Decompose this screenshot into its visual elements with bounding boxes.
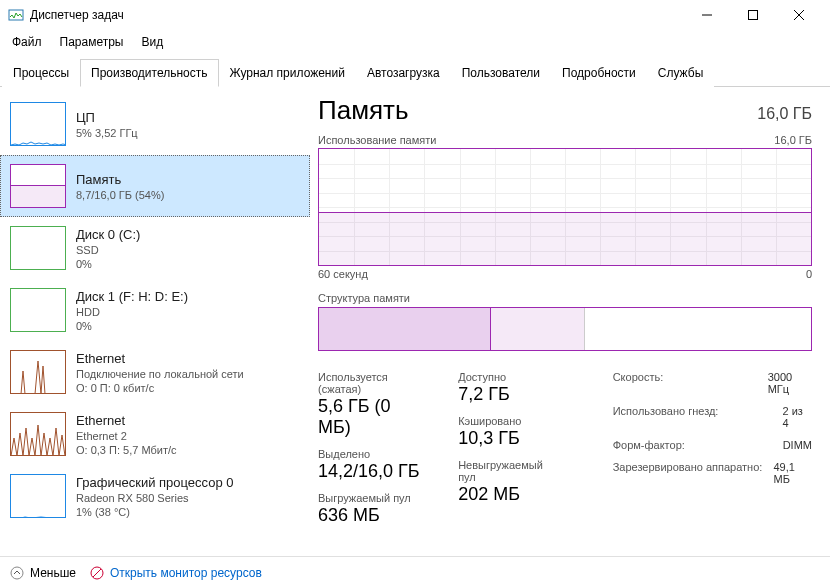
sidebar-eth1-sub: Подключение по локальной сети <box>76 368 244 380</box>
sidebar-gpu-sub2: 1% (38 °C) <box>76 506 234 518</box>
nonpaged-value: 202 МБ <box>458 484 553 505</box>
title-bar: Диспетчер задач <box>0 0 830 30</box>
spec-speed-label: Скорость: <box>613 371 758 395</box>
sidebar-cpu-label: ЦП <box>76 110 138 125</box>
sidebar-item-cpu[interactable]: ЦП 5% 3,52 ГГц <box>0 93 310 155</box>
composition-used <box>319 308 491 350</box>
disk0-sparkline-icon <box>10 226 66 270</box>
memory-panel: Память 16,0 ГБ Использование памяти 16,0… <box>310 87 830 556</box>
nonpaged-label: Невыгружаемый пул <box>458 459 553 483</box>
tab-startup[interactable]: Автозагрузка <box>356 59 451 87</box>
gpu-sparkline-icon <box>10 474 66 518</box>
window-title: Диспетчер задач <box>30 8 684 22</box>
svg-rect-2 <box>749 11 758 20</box>
sidebar-item-ethernet2[interactable]: Ethernet Ethernet 2 О: 0,3 П: 5,7 Мбит/с <box>0 403 310 465</box>
tab-app-history[interactable]: Журнал приложений <box>219 59 356 87</box>
minimize-button[interactable] <box>684 0 730 30</box>
committed-label: Выделено <box>318 448 422 460</box>
menu-bar: Файл Параметры Вид <box>0 30 830 54</box>
disk1-sparkline-icon <box>10 288 66 332</box>
chart-x-left: 60 секунд <box>318 268 368 280</box>
menu-view[interactable]: Вид <box>133 32 171 52</box>
tab-bar: Процессы Производительность Журнал прило… <box>0 58 830 87</box>
spec-slots-value: 2 из 4 <box>782 405 812 429</box>
tab-performance[interactable]: Производительность <box>80 59 218 87</box>
sidebar-cpu-sub: 5% 3,52 ГГц <box>76 127 138 139</box>
spec-reserved-label: Зарезервировано аппаратно: <box>613 461 764 485</box>
cached-label: Кэшировано <box>458 415 553 427</box>
committed-value: 14,2/16,0 ГБ <box>318 461 422 482</box>
eth1-sparkline-icon <box>10 350 66 394</box>
spec-reserved-value: 49,1 МБ <box>773 461 812 485</box>
menu-file[interactable]: Файл <box>4 32 50 52</box>
tab-services[interactable]: Службы <box>647 59 714 87</box>
sidebar-item-disk0[interactable]: Диск 0 (C:) SSD 0% <box>0 217 310 279</box>
monitor-icon <box>90 566 104 580</box>
sidebar-eth1-sub2: О: 0 П: 0 кбит/с <box>76 382 244 394</box>
close-button[interactable] <box>776 0 822 30</box>
spec-slots-label: Использовано гнезд: <box>613 405 773 429</box>
tab-processes[interactable]: Процессы <box>2 59 80 87</box>
resource-sidebar: ЦП 5% 3,52 ГГц Память 8,7/16,0 ГБ (54%) … <box>0 87 310 556</box>
sidebar-item-ethernet1[interactable]: Ethernet Подключение по локальной сети О… <box>0 341 310 403</box>
paged-label: Выгружаемый пул <box>318 492 422 504</box>
sidebar-memory-label: Память <box>76 172 164 187</box>
sidebar-disk0-sub: SSD <box>76 244 140 256</box>
memory-composition-chart <box>318 307 812 351</box>
memory-usage-chart <box>318 148 812 266</box>
sidebar-memory-sub: 8,7/16,0 ГБ (54%) <box>76 189 164 201</box>
sidebar-eth1-label: Ethernet <box>76 351 244 366</box>
cpu-sparkline-icon <box>10 102 66 146</box>
page-title: Память <box>318 95 409 126</box>
chevron-up-icon <box>10 566 24 580</box>
usage-chart-label: Использование памяти <box>318 134 436 146</box>
spec-speed-value: 3000 МГц <box>768 371 812 395</box>
sidebar-item-gpu[interactable]: Графический процессор 0 Radeon RX 580 Se… <box>0 465 310 527</box>
tab-details[interactable]: Подробности <box>551 59 647 87</box>
spec-form-label: Форм-фактор: <box>613 439 773 451</box>
sidebar-gpu-sub: Radeon RX 580 Series <box>76 492 234 504</box>
sidebar-eth2-label: Ethernet <box>76 413 177 428</box>
app-icon <box>8 7 24 23</box>
sidebar-disk0-sub2: 0% <box>76 258 140 270</box>
open-resource-monitor-link[interactable]: Открыть монитор ресурсов <box>90 566 262 580</box>
fewer-details-label: Меньше <box>30 566 76 580</box>
memory-capacity: 16,0 ГБ <box>757 105 812 123</box>
cached-value: 10,3 ГБ <box>458 428 553 449</box>
composition-standby <box>585 308 811 350</box>
inuse-value: 5,6 ГБ (0 МБ) <box>318 396 422 438</box>
open-resource-monitor-label: Открыть монитор ресурсов <box>110 566 262 580</box>
window-controls <box>684 0 822 30</box>
inuse-label: Используется (сжатая) <box>318 371 422 395</box>
svg-line-9 <box>93 569 101 577</box>
sidebar-disk1-sub2: 0% <box>76 320 188 332</box>
memory-icon <box>10 164 66 208</box>
footer-bar: Меньше Открыть монитор ресурсов <box>0 556 830 585</box>
sidebar-disk1-sub: HDD <box>76 306 188 318</box>
sidebar-item-disk1[interactable]: Диск 1 (F: H: D: E:) HDD 0% <box>0 279 310 341</box>
sidebar-disk1-label: Диск 1 (F: H: D: E:) <box>76 289 188 304</box>
available-value: 7,2 ГБ <box>458 384 553 405</box>
available-label: Доступно <box>458 371 553 383</box>
paged-value: 636 МБ <box>318 505 422 526</box>
sidebar-item-memory[interactable]: Память 8,7/16,0 ГБ (54%) <box>0 155 310 217</box>
chart-x-right: 0 <box>806 268 812 280</box>
tab-users[interactable]: Пользователи <box>451 59 551 87</box>
sidebar-disk0-label: Диск 0 (C:) <box>76 227 140 242</box>
fewer-details-button[interactable]: Меньше <box>10 566 76 580</box>
composition-modified <box>491 308 584 350</box>
menu-options[interactable]: Параметры <box>52 32 132 52</box>
svg-point-7 <box>11 567 23 579</box>
composition-label: Структура памяти <box>318 292 812 304</box>
maximize-button[interactable] <box>730 0 776 30</box>
eth2-sparkline-icon <box>10 412 66 456</box>
usage-chart-max: 16,0 ГБ <box>774 134 812 146</box>
sidebar-gpu-label: Графический процессор 0 <box>76 475 234 490</box>
spec-form-value: DIMM <box>783 439 812 451</box>
sidebar-eth2-sub: Ethernet 2 <box>76 430 177 442</box>
sidebar-eth2-sub2: О: 0,3 П: 5,7 Мбит/с <box>76 444 177 456</box>
